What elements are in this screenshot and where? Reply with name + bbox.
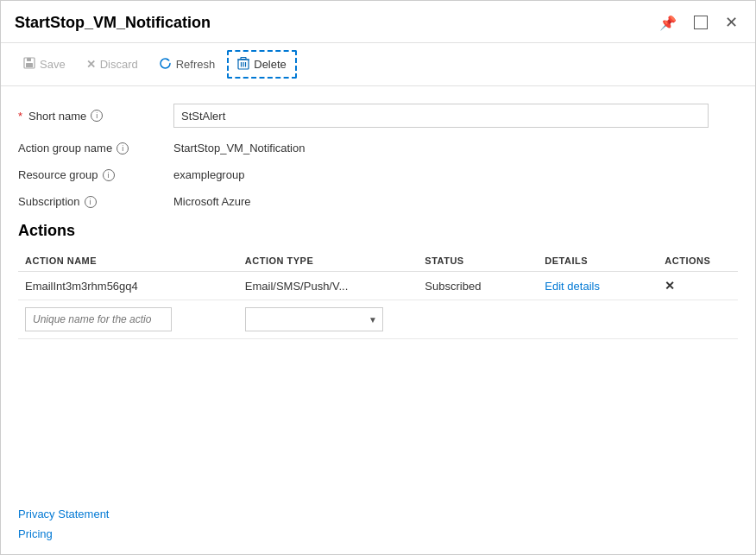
actions-table-body: EmailInt3m3rhm56gq4 Email/SMS/Push/V... … [18, 272, 738, 339]
col-header-action-type: ACTION TYPE [238, 250, 419, 272]
resource-group-value: examplegroup [173, 168, 244, 181]
row-status: Subscribed [418, 272, 538, 300]
actions-section-title: Actions [18, 222, 738, 240]
row-actions: ✕ [658, 272, 738, 300]
action-group-name-label-group: Action group name i [18, 142, 173, 155]
pin-icon: 📌 [659, 15, 677, 31]
edit-details-link[interactable]: Edit details [545, 280, 600, 293]
close-button[interactable]: ✕ [721, 11, 741, 34]
action-group-name-row: Action group name i StartStop_VM_Notific… [18, 142, 738, 155]
pin-button[interactable]: 📌 [656, 13, 680, 33]
short-name-label: Short name [28, 110, 86, 123]
discard-button[interactable]: ✕ Discard [78, 54, 147, 75]
actions-table-header: ACTION NAME ACTION TYPE STATUS DETAILS A… [18, 250, 738, 272]
pricing-link[interactable]: Pricing [18, 527, 738, 540]
col-header-actions: ACTIONS [658, 250, 738, 272]
required-indicator: * [18, 110, 22, 123]
panel: StartStop_VM_Notification 📌 ✕ Save ✕ Dis… [0, 0, 756, 555]
discard-icon: ✕ [86, 58, 96, 71]
short-name-row: * Short name i [18, 104, 738, 128]
subscription-label-group: Subscription i [18, 195, 173, 208]
content-area: * Short name i Action group name i Start… [1, 86, 755, 497]
refresh-button[interactable]: Refresh [150, 53, 224, 77]
short-name-info-icon[interactable]: i [91, 110, 103, 122]
toolbar: Save ✕ Discard Refresh [1, 43, 755, 86]
resource-group-label: Resource group [18, 168, 98, 181]
table-row: EmailInt3m3rhm56gq4 Email/SMS/Push/V... … [18, 272, 738, 300]
action-group-name-label: Action group name [18, 142, 112, 155]
row-action-type: Email/SMS/Push/V... [238, 272, 419, 300]
svg-rect-1 [27, 58, 31, 61]
new-action-name-input[interactable] [25, 307, 172, 331]
title-bar-actions: 📌 ✕ [656, 11, 741, 34]
panel-title: StartStop_VM_Notification [15, 14, 211, 32]
col-header-status: STATUS [418, 250, 538, 272]
close-icon: ✕ [725, 13, 738, 32]
short-name-input[interactable] [173, 104, 709, 128]
row-action-name: EmailInt3m3rhm56gq4 [18, 272, 238, 300]
save-label: Save [40, 58, 66, 71]
new-action-name-cell [18, 300, 238, 339]
subscription-label: Subscription [18, 195, 80, 208]
new-action-type-cell: Email/SMS/Push/Voice Webhook Automation … [238, 300, 419, 339]
save-icon [23, 57, 35, 72]
privacy-statement-link[interactable]: Privacy Statement [18, 508, 738, 520]
refresh-icon [159, 57, 172, 73]
subscription-value: Microsoft Azure [173, 195, 251, 208]
row-details: Edit details [538, 272, 658, 300]
subscription-row: Subscription i Microsoft Azure [18, 195, 738, 208]
svg-rect-2 [26, 63, 33, 67]
refresh-label: Refresh [176, 58, 216, 71]
footer-links: Privacy Statement Pricing [1, 497, 755, 554]
actions-table: ACTION NAME ACTION TYPE STATUS DETAILS A… [18, 250, 738, 339]
subscription-info-icon[interactable]: i [85, 196, 97, 208]
resource-group-row: Resource group i examplegroup [18, 168, 738, 181]
delete-button[interactable]: Delete [227, 50, 297, 79]
save-button[interactable]: Save [15, 53, 74, 76]
resource-group-info-icon[interactable]: i [103, 169, 115, 181]
delete-label: Delete [254, 58, 287, 71]
action-group-name-info-icon[interactable]: i [117, 142, 129, 155]
new-action-type-select-wrapper: Email/SMS/Push/Voice Webhook Automation … [245, 307, 383, 331]
delete-icon [237, 56, 249, 73]
col-header-details: DETAILS [538, 250, 658, 272]
maximize-icon [694, 16, 708, 29]
resource-group-label-group: Resource group i [18, 168, 173, 181]
col-header-action-name: ACTION NAME [18, 250, 238, 272]
new-action-type-select[interactable]: Email/SMS/Push/Voice Webhook Automation … [246, 308, 382, 331]
new-action-row: Email/SMS/Push/Voice Webhook Automation … [18, 300, 738, 339]
short-name-label-group: * Short name i [18, 110, 173, 123]
maximize-button[interactable] [690, 14, 711, 31]
delete-row-button[interactable]: ✕ [665, 279, 675, 293]
action-group-name-value: StartStop_VM_Notification [173, 142, 305, 155]
discard-label: Discard [100, 58, 138, 71]
title-bar: StartStop_VM_Notification 📌 ✕ [1, 1, 755, 43]
svg-rect-5 [241, 58, 246, 60]
